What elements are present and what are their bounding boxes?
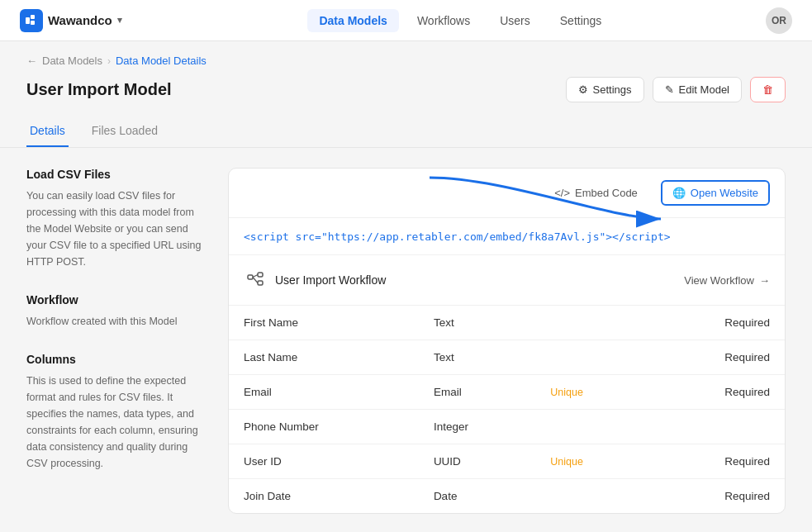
col-type: UUID [419,444,535,479]
table-row: Join Date Date Required [229,479,785,514]
svg-rect-4 [258,273,263,277]
settings-icon: ⚙ [578,83,588,96]
col-unique: Unique [535,444,648,479]
section-columns: Columns This is used to define the expec… [26,353,208,472]
page-title: User Import Model [26,80,172,99]
svg-rect-5 [258,281,263,285]
col-required: Required [648,306,785,340]
code-icon: </> [554,187,570,199]
section-workflow: Workflow Workflow created with this Mode… [26,293,208,330]
workflow-left: User Import Workflow [244,268,386,292]
table-row: First Name Text Required [229,306,785,340]
delete-button[interactable]: 🗑 [750,77,786,102]
edit-model-button[interactable]: ✎ Edit Model [653,77,742,102]
brand[interactable]: Wawandco ▾ [20,9,122,32]
col-name: User ID [229,444,419,479]
trash-icon: 🗑 [762,83,773,96]
col-name: Phone Number [229,410,419,444]
columns-table: First Name Text Required Last Name Text … [229,306,785,513]
col-unique [535,306,648,340]
col-name: Email [229,375,419,410]
edit-icon: ✎ [665,83,674,96]
table-row: Phone Number Integer [229,410,785,444]
table-row: User ID UUID Unique Required [229,444,785,479]
tab-details[interactable]: Details [26,116,69,147]
embed-code-button[interactable]: </> Embed Code [544,182,648,204]
workflow-icon [244,268,267,292]
table-row: Email Email Unique Required [229,375,785,410]
svg-rect-3 [248,275,253,279]
right-panel: </> Embed Code 🌐 Open Website <script sr… [228,168,786,514]
navbar: Wawandco ▾ Data Models Workflows Users S… [0,0,812,41]
svg-rect-0 [26,17,30,24]
edit-label: Edit Model [679,83,729,96]
nav-settings[interactable]: Settings [548,9,614,32]
col-required [648,410,785,444]
script-tag-text: <script src="https://app.retabler.com/em… [244,230,671,243]
col-type: Integer [419,410,535,444]
main-wrapper: ← Data Models › Data Model Details User … [0,41,812,532]
workflow-row: User Import Workflow View Workflow → [229,255,785,306]
brand-icon [20,9,43,32]
header-actions: ⚙ Settings ✎ Edit Model 🗑 [566,77,786,102]
breadcrumb: ← Data Models › Data Model Details [0,41,812,74]
page-header: User Import Model ⚙ Settings ✎ Edit Mode… [0,74,812,116]
col-name: Last Name [229,340,419,375]
nav-workflows[interactable]: Workflows [406,9,482,32]
col-name: Join Date [229,479,419,514]
svg-rect-2 [31,21,35,25]
brand-name: Wawandco [48,13,112,27]
breadcrumb-current: Data Model Details [116,55,207,67]
section-load-csv: Load CSV Files You can easily load CSV f… [26,168,208,270]
globe-icon: 🌐 [672,187,686,199]
nav-users[interactable]: Users [488,9,542,32]
svg-line-7 [253,278,258,283]
nav-links: Data Models Workflows Users Settings [155,9,766,32]
col-unique: Unique [535,375,648,410]
col-unique [535,340,648,375]
load-csv-text: You can easily load CSV files for proces… [26,188,208,270]
tabs: Details Files Loaded [0,116,812,148]
svg-rect-1 [31,15,35,19]
tab-files-loaded[interactable]: Files Loaded [88,116,161,147]
avatar[interactable]: OR [766,7,792,34]
col-required: Required [648,375,785,410]
col-required: Required [648,444,785,479]
breadcrumb-data-models[interactable]: Data Models [42,55,102,67]
columns-text: This is used to define the expected form… [26,373,208,472]
table-row: Last Name Text Required [229,340,785,375]
nav-data-models[interactable]: Data Models [307,9,398,32]
view-workflow-label: View Workflow [684,274,754,287]
col-type: Text [419,306,535,340]
breadcrumb-back-icon: ← [26,55,37,67]
view-workflow-button[interactable]: View Workflow → [684,274,770,287]
open-website-button[interactable]: 🌐 Open Website [661,180,770,206]
script-tag-row: <script src="https://app.retabler.com/em… [229,218,785,255]
col-name: First Name [229,306,419,340]
col-unique [535,479,648,514]
settings-button[interactable]: ⚙ Settings [566,77,644,102]
col-unique [535,410,648,444]
col-type: Email [419,375,535,410]
workflow-name: User Import Workflow [275,273,386,287]
col-type: Date [419,479,535,514]
settings-label: Settings [593,83,632,96]
brand-chevron-icon: ▾ [117,15,122,26]
svg-line-6 [253,275,258,278]
load-csv-heading: Load CSV Files [26,168,208,181]
workflow-text: Workflow created with this Model [26,313,208,330]
left-panel: Load CSV Files You can easily load CSV f… [26,168,208,514]
columns-heading: Columns [26,353,208,366]
col-required: Required [648,479,785,514]
content: Load CSV Files You can easily load CSV f… [0,148,812,532]
arrow-right-icon: → [759,274,770,287]
col-required: Required [648,340,785,375]
col-type: Text [419,340,535,375]
breadcrumb-separator: › [107,55,111,67]
embed-code-label: Embed Code [575,187,638,199]
right-panel-top: </> Embed Code 🌐 Open Website [229,169,785,218]
workflow-heading: Workflow [26,293,208,306]
open-website-label: Open Website [691,187,758,199]
